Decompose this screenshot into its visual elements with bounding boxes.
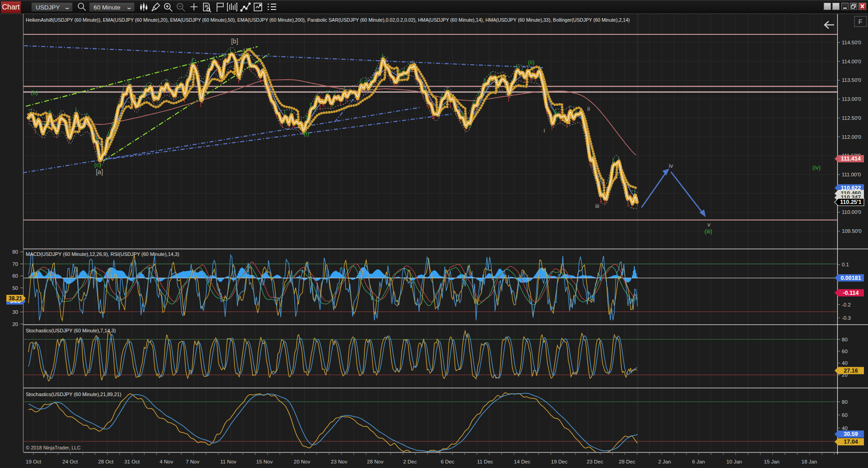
svg-text:17.04: 17.04 (844, 439, 858, 445)
svg-text:(ii): (ii) (528, 59, 534, 66)
svg-text:11 Nov: 11 Nov (220, 459, 236, 464)
svg-text:(iii): (iii) (704, 228, 712, 235)
svg-text:50: 50 (12, 285, 18, 291)
svg-text:28 Oct: 28 Oct (98, 459, 114, 464)
svg-text:114.00'0: 114.00'0 (842, 59, 861, 64)
svg-text:109.50'0: 109.50'0 (842, 228, 862, 234)
svg-text:28 Nov: 28 Nov (367, 459, 384, 464)
svg-text:MACD(USDJPY (60 Minute),12,26,: MACD(USDJPY (60 Minute),12,26,9), RSI(US… (26, 251, 179, 257)
svg-text:HeikenAshi8(USDJPY (60 Minute): HeikenAshi8(USDJPY (60 Minute)), EMA(USD… (26, 17, 630, 23)
svg-text:Stochastics(USDJPY (60 Minute): Stochastics(USDJPY (60 Minute),21,89,21) (26, 392, 121, 397)
svg-text:iii: iii (595, 203, 599, 209)
svg-text:113.50'0: 113.50'0 (842, 77, 861, 83)
svg-text:2 Dec: 2 Dec (403, 459, 417, 464)
svg-text:110.25'1: 110.25'1 (840, 199, 862, 205)
svg-text:19 Dec: 19 Dec (551, 459, 568, 464)
svg-text:30: 30 (12, 309, 18, 315)
svg-text:60: 60 (842, 412, 848, 418)
svg-text:20 Nov: 20 Nov (294, 459, 311, 464)
svg-text:111.00'0: 111.00'0 (842, 172, 861, 177)
svg-text:15 Nov: 15 Nov (256, 459, 273, 464)
svg-text:14 Dec: 14 Dec (514, 459, 531, 464)
svg-text:80: 80 (12, 249, 18, 255)
svg-text:6 Jan: 6 Jan (692, 459, 705, 464)
svg-text:(c): (c) (94, 161, 101, 168)
svg-text:0.00181: 0.00181 (840, 275, 861, 281)
svg-text:(b): (b) (31, 89, 38, 96)
svg-text:19 Oct: 19 Oct (26, 459, 42, 464)
svg-text:80: 80 (842, 399, 848, 405)
svg-text:114.50'0: 114.50'0 (842, 40, 861, 45)
svg-text:15 Jan: 15 Jan (764, 459, 780, 464)
svg-text:F: F (859, 18, 863, 25)
svg-text:23 Nov: 23 Nov (331, 459, 348, 464)
svg-text:10 Jan: 10 Jan (726, 459, 742, 464)
svg-text:80: 80 (842, 337, 848, 342)
svg-text:v: v (708, 221, 711, 228)
svg-text:(i): (i) (304, 130, 309, 137)
svg-text:40: 40 (842, 425, 848, 431)
svg-text:110.00'0: 110.00'0 (842, 209, 861, 215)
svg-text:iv: iv (669, 162, 673, 169)
svg-text:0.1: 0.1 (842, 262, 849, 267)
svg-text:4 Nov: 4 Nov (160, 459, 173, 464)
svg-text:-0.2: -0.2 (842, 302, 851, 307)
svg-text:60: 60 (12, 273, 18, 279)
svg-text:112.00'0: 112.00'0 (842, 134, 861, 140)
svg-text:-0.3: -0.3 (842, 315, 851, 321)
svg-text:ii: ii (587, 105, 590, 112)
svg-text:30.59: 30.59 (844, 431, 858, 437)
svg-text:24 Oct: 24 Oct (62, 459, 78, 464)
svg-text:70: 70 (12, 261, 18, 267)
svg-text:-0.114: -0.114 (843, 290, 859, 296)
svg-text:Stochastics(USDJPY (60 Minute): Stochastics(USDJPY (60 Minute),7,14,3) (26, 328, 116, 333)
svg-text:[b]: [b] (231, 38, 238, 45)
svg-text:111.414: 111.414 (841, 156, 861, 162)
svg-text:7 Nov: 7 Nov (186, 459, 199, 464)
svg-text:38.21: 38.21 (9, 295, 22, 302)
svg-text:23 Dec: 23 Dec (587, 459, 604, 464)
svg-text:113.00'0: 113.00'0 (842, 96, 861, 102)
svg-text:(iv): (iv) (812, 164, 821, 171)
svg-text:2 Jan: 2 Jan (658, 459, 671, 464)
svg-text:i: i (544, 127, 545, 134)
svg-text:28 Dec: 28 Dec (619, 459, 636, 464)
svg-text:40: 40 (842, 360, 848, 366)
svg-text:112.50'0: 112.50'0 (842, 115, 861, 121)
svg-text:31 Oct: 31 Oct (124, 459, 140, 464)
svg-text:11 Dec: 11 Dec (477, 459, 493, 464)
svg-text:18 Jan: 18 Jan (802, 459, 817, 464)
svg-text:20: 20 (12, 321, 18, 327)
svg-text:60: 60 (842, 349, 848, 354)
svg-text:[a]: [a] (96, 168, 103, 175)
svg-text:© 2018 NinjaTrader, LLC: © 2018 NinjaTrader, LLC (26, 445, 80, 450)
svg-text:27.16: 27.16 (844, 368, 858, 374)
svg-text:6 Dec: 6 Dec (441, 459, 454, 464)
